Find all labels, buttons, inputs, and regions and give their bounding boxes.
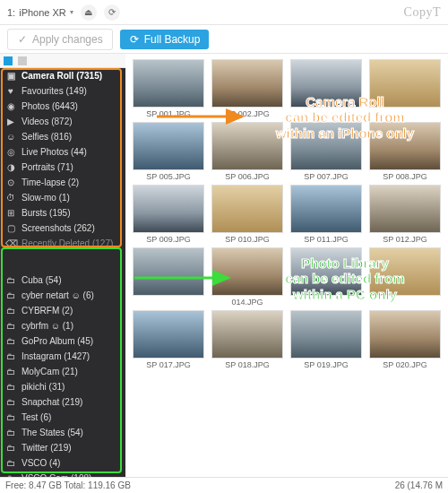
thumbnail[interactable]: SP 010.JPG	[210, 185, 285, 244]
sidebar: ▣Camera Roll (7315)♥Favourites (149)◉Pho…	[0, 54, 125, 477]
main-area: ▣Camera Roll (7315)♥Favourites (149)◉Pho…	[0, 54, 448, 477]
camera-roll-item[interactable]: ◑Portraits (71)	[0, 160, 125, 175]
camera-roll-item[interactable]: ◎Live Photos (44)	[0, 144, 125, 160]
thumbnail-image	[369, 185, 441, 233]
photo-library-item[interactable]: 🗀GoPro Album (45)	[0, 333, 125, 349]
folder-icon: 🗀	[5, 473, 16, 477]
thumbnail[interactable]: SP 002.JPG	[210, 59, 285, 118]
folder-icon: ▶	[5, 117, 16, 126]
folder-icon: ⊞	[5, 208, 16, 218]
thumbnail[interactable]: SP 001.JPG	[131, 59, 206, 118]
thumbnail-image	[369, 247, 441, 296]
action-bar: ✓ Apply changes ⟳ Full Backup	[0, 25, 448, 54]
sidebar-item-label: Time-lapse (2)	[22, 177, 79, 187]
thumbnail-image	[290, 59, 362, 108]
photo-library-item[interactable]: 🗀Cuba (54)	[0, 272, 125, 288]
folder-icon: 🗀	[5, 443, 16, 453]
thumbnail[interactable]: SP 012.JPG	[367, 185, 443, 244]
sidebar-item-label: pikichi (31)	[22, 382, 65, 392]
full-backup-button[interactable]: ⟳ Full Backup	[120, 30, 210, 49]
topbar: 1: iPhone XR ▾ ⏏ ⟳ CopyT	[0, 0, 448, 25]
thumbnail[interactable]: SP 019.JPG	[289, 310, 364, 369]
thumbnail[interactable]: SP 005.JPG	[131, 122, 206, 181]
sidebar-item-label: MolyCam (21)	[22, 367, 78, 376]
thumbnail[interactable]	[131, 247, 206, 307]
thumbnail-caption: SP 019.JPG	[304, 360, 348, 369]
camera-roll-item[interactable]: ⊞Bursts (195)	[0, 205, 125, 221]
thumbnail[interactable]: SP 017.JPG	[131, 310, 206, 369]
thumbnail[interactable]: SP 020.JPG	[367, 310, 443, 369]
photo-library-item[interactable]: 🗀MolyCam (21)	[0, 364, 125, 379]
photo-library-item[interactable]: 🗀Snapchat (219)	[0, 394, 125, 410]
refresh-icon[interactable]: ⟳	[104, 4, 120, 21]
photo-library-item[interactable]: 🗀VSCO (4)	[0, 455, 125, 471]
sidebar-item-label: Test (6)	[22, 412, 51, 422]
sidebar-item-label: GoPro Album (45)	[22, 336, 93, 346]
thumbnail[interactable]: SP 009.JPG	[131, 185, 206, 244]
thumbnail[interactable]: SP 018.JPG	[210, 310, 285, 369]
thumbnail-image	[133, 247, 204, 296]
status-selection: 26 (14.76 M	[395, 480, 443, 490]
thumbnail[interactable]: SP 008.JPG	[367, 122, 443, 181]
view-mode-icon[interactable]	[4, 56, 13, 65]
photo-library-item[interactable]: 🗀Instagram (1427)	[0, 349, 125, 364]
thumbnail[interactable]: SP 006.JPG	[210, 122, 285, 181]
thumbnail-image	[290, 310, 362, 359]
sidebar-item-label: cyber netart ☺ (6)	[22, 290, 94, 300]
photo-library-item[interactable]: 🗀CYBRFM (2)	[0, 303, 125, 318]
camera-roll-item[interactable]: ⊙Time-lapse (2)	[0, 175, 125, 190]
sidebar-item-label: Snapchat (219)	[22, 397, 82, 407]
photo-library-item[interactable]: 🗀cyber netart ☺ (6)	[0, 288, 125, 303]
device-selector[interactable]: 1: iPhone XR ▾	[7, 7, 73, 18]
thumbnail[interactable]	[367, 247, 443, 307]
photo-library-item[interactable]: 🗀Test (6)	[0, 410, 125, 425]
backup-label: Full Backup	[144, 33, 201, 46]
photo-library-item[interactable]: 🗀Twitter (219)	[0, 440, 125, 455]
camera-roll-item[interactable]: ⌫Recently Deleted (127)	[0, 236, 125, 251]
thumbnail[interactable]	[289, 247, 364, 307]
folder-icon: 🗀	[5, 321, 16, 331]
sidebar-item-label: VSCO Cam (108)	[22, 473, 91, 477]
camera-roll-item[interactable]: ⏱Slow-mo (1)	[0, 190, 125, 205]
thumbnail-grid: SP 001.JPGSP 002.JPGSP 005.JPGSP 006.JPG…	[125, 54, 448, 375]
sidebar-item-label: Videos (872)	[22, 117, 73, 126]
photo-library-item[interactable]: 🗀pikichi (31)	[0, 379, 125, 394]
thumbnail-image	[211, 122, 283, 170]
camera-roll-item[interactable]: ▣Camera Roll (7315)	[0, 68, 125, 83]
thumbnail[interactable]	[289, 59, 364, 118]
photo-library-item[interactable]: 🗀The States (54)	[0, 425, 125, 440]
apply-changes-button[interactable]: ✓ Apply changes	[7, 29, 113, 50]
photo-library-item[interactable]: 🗀VSCO Cam (108)	[0, 471, 125, 477]
sidebar-item-label: Instagram (1427)	[22, 351, 90, 361]
folder-icon: ♥	[5, 86, 16, 96]
view-mode-alt-icon[interactable]	[18, 56, 27, 65]
camera-roll-item[interactable]: ▢Screenshots (262)	[0, 221, 125, 236]
thumbnail-image	[290, 185, 362, 233]
thumbnail[interactable]: SP 007.JPG	[289, 122, 364, 181]
eject-icon[interactable]: ⏏	[81, 4, 97, 21]
thumbnail-image	[369, 122, 441, 170]
thumbnail[interactable]	[367, 59, 443, 118]
thumbnail[interactable]: SP 011.JPG	[289, 185, 364, 244]
thumbnail-caption: 014.JPG	[231, 298, 263, 307]
thumbnail[interactable]: 014.JPG	[210, 247, 285, 307]
thumbnail-image	[133, 310, 204, 359]
camera-roll-item[interactable]: ◉Photos (6443)	[0, 99, 125, 114]
sidebar-item-label: Live Photos (44)	[22, 147, 87, 157]
thumbnail-image	[290, 122, 362, 170]
sidebar-item-label: Camera Roll (7315)	[22, 71, 102, 81]
camera-roll-item[interactable]: ▶Videos (872)	[0, 114, 125, 129]
thumbnail-caption: SP 005.JPG	[146, 172, 190, 181]
sidebar-item-label: Favourites (149)	[22, 86, 87, 96]
thumbnail-image	[211, 59, 283, 108]
status-storage: Free: 8.47 GB Total: 119.16 GB	[5, 480, 131, 490]
camera-roll-item[interactable]: ☺Selfies (816)	[0, 129, 125, 144]
camera-roll-item[interactable]: ♥Favourites (149)	[0, 83, 125, 99]
photo-library-item[interactable]: 🗀cybrfm ☺ (1)	[0, 318, 125, 333]
folder-icon: 🗀	[5, 367, 16, 376]
sidebar-camera-roll-group: ▣Camera Roll (7315)♥Favourites (149)◉Pho…	[0, 68, 125, 272]
thumbnail-image	[133, 185, 204, 233]
thumbnail-image	[369, 310, 441, 359]
folder-icon: 🗀	[5, 412, 16, 422]
thumbnail-caption: SP 017.JPG	[146, 360, 190, 369]
